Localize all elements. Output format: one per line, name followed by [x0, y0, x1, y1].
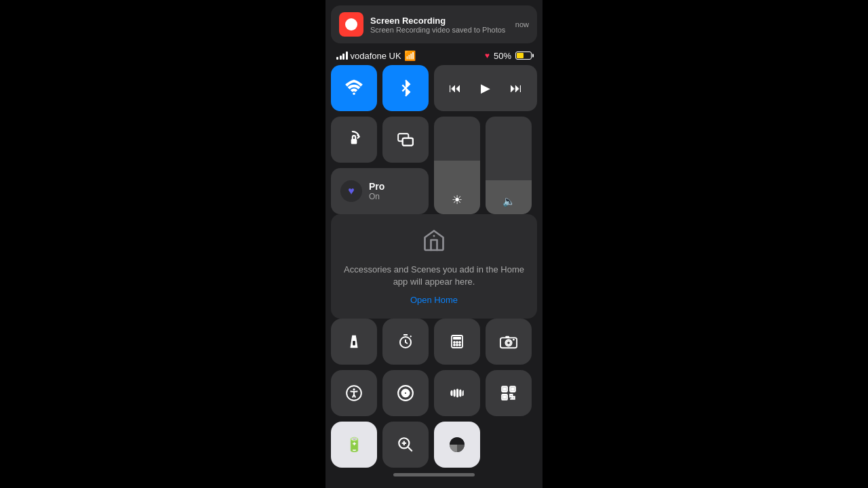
bluetooth-button[interactable] [382, 65, 429, 111]
color-filters-button[interactable] [434, 422, 480, 468]
notification-subtitle: Screen Recording video saved to Photos [370, 26, 509, 34]
svg-rect-32 [511, 388, 513, 390]
carrier-name: vodafone UK [351, 51, 401, 61]
svg-point-20 [507, 341, 511, 345]
open-home-button[interactable]: Open Home [410, 295, 458, 305]
battery-fill [517, 53, 524, 58]
calculator-icon [449, 333, 465, 350]
brightness-icon: ☀ [452, 192, 462, 207]
bottom-grid: 🔋 [326, 319, 542, 468]
status-bar: vodafone UK 📶 ♥ 50% [326, 46, 542, 65]
rotation-lock-button[interactable] [331, 117, 377, 163]
media-next-button[interactable]: ⏭ [506, 77, 526, 100]
row-2a [331, 117, 429, 163]
row-2: ♥ Pro On ☀ 🔈 [331, 117, 537, 214]
svg-point-13 [456, 342, 458, 343]
accessibility-button[interactable] [331, 370, 377, 416]
svg-point-24 [353, 388, 355, 390]
focus-button[interactable] [382, 370, 429, 416]
magnifier-icon [397, 436, 414, 453]
signal-bar-1 [336, 57, 338, 60]
pro-status: On [369, 192, 384, 201]
volume-slider[interactable]: 🔈 [486, 117, 532, 214]
camera-button[interactable] [486, 319, 532, 365]
svg-point-15 [454, 344, 455, 346]
status-left: vodafone UK 📶 [336, 50, 416, 61]
home-indicator-bar [393, 473, 475, 476]
col-right: ☀ 🔈 [434, 117, 532, 214]
calculator-button[interactable] [434, 319, 480, 365]
media-controls: ⏮ ▶ ⏭ [434, 65, 537, 111]
battery-indicator [515, 52, 532, 60]
battery-widget-button[interactable]: 🔋 [331, 422, 377, 468]
wifi-icon [344, 79, 363, 98]
recording-circle [345, 18, 357, 30]
svg-point-12 [454, 342, 455, 343]
battery-percent: 50% [494, 51, 511, 61]
bluetooth-icon [398, 79, 413, 98]
svg-point-27 [404, 392, 407, 394]
home-description: Accessories and Scenes you add in the Ho… [342, 264, 526, 288]
svg-point-22 [513, 339, 515, 341]
timer-button[interactable] [382, 319, 429, 365]
pro-heart-icon: ♥ [340, 180, 362, 202]
signal-bar-2 [340, 56, 342, 60]
brightness-slider[interactable]: ☀ [434, 117, 480, 214]
svg-point-0 [353, 92, 355, 95]
rotation-lock-icon [345, 131, 363, 148]
voice-memos-icon [448, 384, 466, 402]
flashlight-icon [347, 334, 361, 349]
wifi-icon: 📶 [404, 50, 416, 61]
col-left: ♥ Pro On [331, 117, 429, 214]
svg-rect-21 [505, 336, 509, 338]
svg-rect-8 [353, 341, 355, 345]
controls-area: ⏮ ▶ ⏭ [326, 65, 542, 214]
svg-rect-3 [351, 139, 357, 144]
timer-icon [397, 333, 414, 350]
svg-rect-31 [503, 388, 505, 390]
svg-point-7 [433, 235, 435, 237]
screen-mirror-icon [397, 131, 414, 148]
home-svg-icon [422, 228, 446, 252]
svg-rect-5 [403, 138, 413, 146]
signal-bars [336, 52, 348, 60]
home-app-icon [422, 228, 446, 257]
status-right: ♥ 50% [485, 51, 532, 61]
bottom-row-3: 🔋 [331, 422, 537, 468]
svg-rect-33 [503, 396, 505, 399]
screen-mirror-button[interactable] [382, 117, 429, 163]
media-prev-button[interactable]: ⏮ [445, 77, 465, 100]
svg-point-16 [456, 344, 458, 346]
camera-icon [500, 334, 517, 349]
home-section: Accessories and Scenes you add in the Ho… [331, 214, 537, 319]
notification-banner[interactable]: Screen Recording Screen Recording video … [331, 5, 537, 43]
notification-title: Screen Recording [370, 16, 509, 26]
media-play-button[interactable]: ▶ [477, 77, 494, 100]
pro-button[interactable]: ♥ Pro On [331, 168, 429, 214]
svg-point-17 [459, 344, 460, 346]
svg-point-14 [459, 342, 460, 343]
signal-bar-4 [346, 52, 348, 60]
health-icon: ♥ [485, 51, 490, 60]
notification-text: Screen Recording Screen Recording video … [370, 16, 509, 34]
bottom-row-2 [331, 370, 537, 416]
accessibility-icon [345, 384, 363, 402]
phone-screen: Screen Recording Screen Recording video … [326, 0, 542, 488]
screen-recording-icon [339, 12, 363, 37]
row-1: ⏮ ▶ ⏭ [331, 65, 537, 111]
notification-time: now [515, 20, 529, 28]
bottom-row-1 [331, 319, 537, 365]
qr-scanner-button[interactable] [486, 370, 532, 416]
signal-bar-3 [342, 54, 344, 60]
wifi-button[interactable] [331, 65, 377, 111]
svg-line-2 [402, 88, 406, 92]
flashlight-button[interactable] [331, 319, 377, 365]
voice-memos-button[interactable] [434, 370, 480, 416]
svg-rect-11 [453, 337, 461, 340]
pro-name: Pro [369, 181, 384, 192]
volume-icon: 🔈 [502, 195, 515, 207]
qr-code-icon [500, 384, 517, 402]
battery-bar [515, 52, 532, 60]
magnifier-button[interactable] [382, 422, 429, 468]
battery-widget-icon: 🔋 [346, 436, 363, 453]
